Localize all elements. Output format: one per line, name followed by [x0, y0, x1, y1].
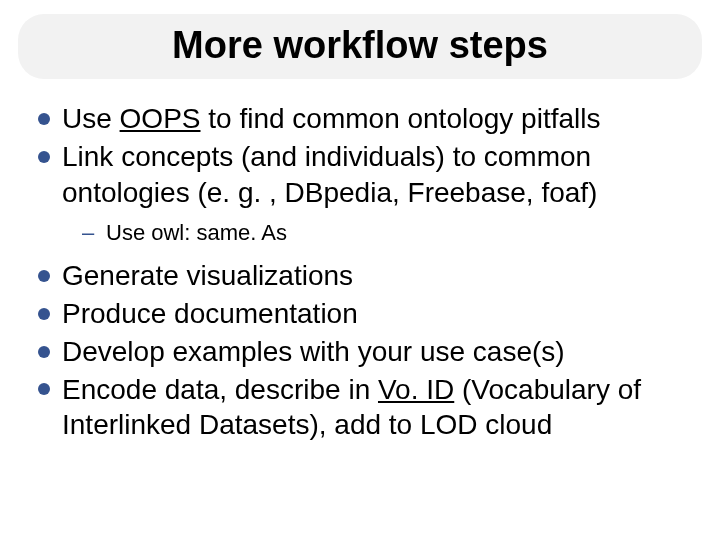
link-void[interactable]: Vo. ID: [378, 374, 454, 405]
text-run: Link concepts (and individuals) to commo…: [62, 141, 597, 208]
text-run: Encode data, describe in: [62, 374, 378, 405]
list-item: Encode data, describe in Vo. ID (Vocabul…: [36, 372, 684, 444]
title-bar: More workflow steps: [18, 14, 702, 79]
slide-title: More workflow steps: [30, 24, 690, 67]
link-oops[interactable]: OOPS: [120, 103, 201, 134]
text-run: Produce documentation: [62, 298, 358, 329]
sub-list: Use owl: same. As: [62, 218, 684, 248]
text-run: Use: [62, 103, 120, 134]
text-run: to find common ontology pitfalls: [201, 103, 601, 134]
list-item: Produce documentation: [36, 296, 684, 332]
list-item: Use OOPS to find common ontology pitfall…: [36, 101, 684, 137]
bullet-list: Use OOPS to find common ontology pitfall…: [36, 101, 684, 443]
sub-list-item: Use owl: same. As: [62, 218, 684, 248]
list-item: Develop examples with your use case(s): [36, 334, 684, 370]
list-item: Generate visualizations: [36, 258, 684, 294]
slide-content: Use OOPS to find common ontology pitfall…: [0, 79, 720, 443]
list-item: Link concepts (and individuals) to commo…: [36, 139, 684, 248]
text-run: Generate visualizations: [62, 260, 353, 291]
text-run: Develop examples with your use case(s): [62, 336, 565, 367]
text-run: Use owl: same. As: [106, 220, 287, 245]
